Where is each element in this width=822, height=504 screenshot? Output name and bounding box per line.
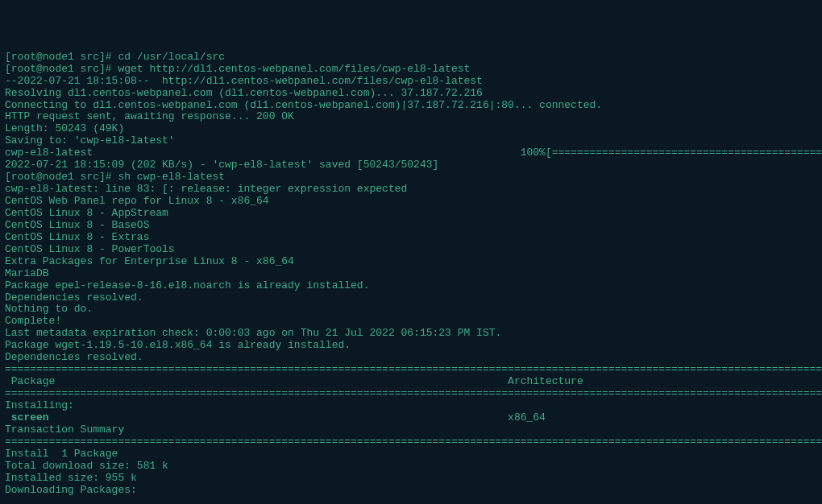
terminal-line: Last metadata expiration check: 0:00:03 … bbox=[5, 328, 817, 340]
terminal-output: [root@node1 src]# cd /usr/local/src[root… bbox=[5, 52, 817, 497]
terminal-line: Dependencies resolved. bbox=[5, 352, 817, 364]
terminal-line: cwp-el8-latest 100%[====================… bbox=[5, 147, 817, 159]
terminal-line: CentOS Linux 8 - PowerTools bbox=[5, 244, 817, 256]
terminal-line: MariaDB bbox=[5, 268, 817, 280]
terminal-line: Package Architecture bbox=[5, 376, 817, 388]
terminal-line: Length: 50243 (49K) bbox=[5, 123, 817, 135]
terminal-line: Package wget-1.19.5-10.el8.x86_64 is alr… bbox=[5, 340, 817, 352]
terminal-line: Resolving dl1.centos-webpanel.com (dl1.c… bbox=[5, 88, 817, 100]
terminal-line: 2022-07-21 18:15:09 (202 KB/s) - 'cwp-el… bbox=[5, 159, 817, 171]
terminal-line: Downloading Packages: bbox=[5, 485, 817, 497]
package-name-highlight: screen bbox=[11, 411, 49, 423]
terminal-line: Dependencies resolved. bbox=[5, 292, 817, 304]
terminal-line: Installing: bbox=[5, 400, 817, 412]
terminal-line: CentOS Linux 8 - BaseOS bbox=[5, 220, 817, 232]
terminal-line: Installed size: 955 k bbox=[5, 473, 817, 485]
terminal-line: Complete! bbox=[5, 316, 817, 328]
terminal-line: Extra Packages for Enterprise Linux 8 - … bbox=[5, 256, 817, 268]
terminal-line: Install 1 Package bbox=[5, 448, 817, 461]
terminal-line: [root@node1 src]# sh cwp-el8-latest bbox=[5, 171, 817, 184]
terminal-line: ========================================… bbox=[5, 364, 817, 376]
terminal-line: cwp-el8-latest: line 83: [: release: int… bbox=[5, 184, 817, 196]
terminal-line: CentOS Web Panel repo for Linux 8 - x86_… bbox=[5, 196, 817, 208]
terminal-line: Transaction Summary bbox=[5, 424, 817, 436]
terminal-line: Nothing to do. bbox=[5, 304, 817, 316]
terminal-line: [root@node1 src]# wget http://dl1.centos… bbox=[5, 64, 817, 76]
terminal-line: CentOS Linux 8 - Extras bbox=[5, 232, 817, 244]
terminal-line: CentOS Linux 8 - AppStream bbox=[5, 208, 817, 220]
terminal-line: Total download size: 581 k bbox=[5, 461, 817, 473]
terminal-line: ========================================… bbox=[5, 388, 817, 400]
terminal-line: ========================================… bbox=[5, 436, 817, 448]
terminal-line: Saving to: 'cwp-el8-latest' bbox=[5, 135, 817, 147]
terminal-line: Package epel-release-8-16.el8.noarch is … bbox=[5, 280, 817, 292]
terminal-line: screen x86_64 bbox=[5, 412, 817, 424]
terminal-line: --2022-07-21 18:15:08-- http://dl1.cento… bbox=[5, 76, 817, 88]
terminal-line: HTTP request sent, awaiting response... … bbox=[5, 111, 817, 123]
terminal-line: Connecting to dl1.centos-webpanel.com (d… bbox=[5, 100, 817, 112]
terminal-line: [root@node1 src]# cd /usr/local/src bbox=[5, 52, 817, 64]
